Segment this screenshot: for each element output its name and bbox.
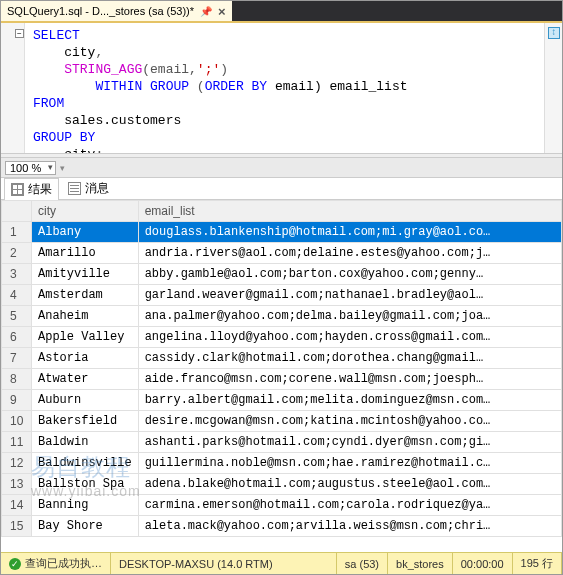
row-number: 12 xyxy=(2,453,32,474)
cell-email[interactable]: aleta.mack@yahoo.com;arvilla.weiss@msn.c… xyxy=(138,516,561,537)
status-login: sa (53) xyxy=(337,553,388,574)
row-number: 4 xyxy=(2,285,32,306)
row-number: 9 xyxy=(2,390,32,411)
cell-city[interactable]: Albany xyxy=(32,222,139,243)
table-row[interactable]: 9Auburnbarry.albert@gmail.com;melita.dom… xyxy=(2,390,562,411)
sql-editor[interactable]: − SELECT city, STRING_AGG(email,';') WIT… xyxy=(1,23,562,153)
status-bar: ✓ 查询已成功执… DESKTOP-MAXSU (14.0 RTM) sa (5… xyxy=(1,552,562,574)
editor-gutter xyxy=(1,23,25,153)
row-number: 7 xyxy=(2,348,32,369)
editor-content[interactable]: SELECT city, STRING_AGG(email,';') WITHI… xyxy=(25,23,562,153)
cell-email[interactable]: angelina.lloyd@yahoo.com;hayden.cross@gm… xyxy=(138,327,561,348)
table-row[interactable]: 7Astoriacassidy.clark@hotmail.com;doroth… xyxy=(2,348,562,369)
cell-email[interactable]: barry.albert@gmail.com;melita.dominguez@… xyxy=(138,390,561,411)
cell-email[interactable]: ana.palmer@yahoo.com;delma.bailey@gmail.… xyxy=(138,306,561,327)
row-number: 5 xyxy=(2,306,32,327)
tab-results[interactable]: 结果 xyxy=(4,178,59,200)
table-row[interactable]: 2Amarilloandria.rivers@aol.com;delaine.e… xyxy=(2,243,562,264)
tab-title: SQLQuery1.sql - D..._stores (sa (53))* xyxy=(7,5,194,17)
table-row[interactable]: 4Amsterdamgarland.weaver@gmail.com;natha… xyxy=(2,285,562,306)
collapse-icon[interactable]: − xyxy=(15,29,24,38)
cell-email[interactable]: adena.blake@hotmail.com;augustus.steele@… xyxy=(138,474,561,495)
status-time: 00:00:00 xyxy=(453,553,513,574)
tab-bar: SQLQuery1.sql - D..._stores (sa (53))* 📌… xyxy=(1,1,562,23)
tab-messages[interactable]: 消息 xyxy=(61,177,116,199)
results-tab-bar: 结果 消息 xyxy=(1,178,562,200)
cell-city[interactable]: Ballston Spa xyxy=(32,474,139,495)
cell-email[interactable]: ashanti.parks@hotmail.com;cyndi.dyer@msn… xyxy=(138,432,561,453)
status-server: DESKTOP-MAXSU (14.0 RTM) xyxy=(111,553,337,574)
pin-icon[interactable]: 📌 xyxy=(200,6,212,17)
cell-email[interactable]: andria.rivers@aol.com;delaine.estes@yaho… xyxy=(138,243,561,264)
cell-city[interactable]: Baldwinsville xyxy=(32,453,139,474)
zoom-dropdown-icon[interactable]: ▾ xyxy=(60,163,65,173)
table-row[interactable]: 14Banningcarmina.emerson@hotmail.com;car… xyxy=(2,495,562,516)
success-icon: ✓ xyxy=(9,558,21,570)
row-number: 13 xyxy=(2,474,32,495)
table-row[interactable]: 15Bay Shorealeta.mack@yahoo.com;arvilla.… xyxy=(2,516,562,537)
header-rownum[interactable] xyxy=(2,201,32,222)
row-number: 11 xyxy=(2,432,32,453)
cell-email[interactable]: cassidy.clark@hotmail.com;dorothea.chang… xyxy=(138,348,561,369)
row-number: 8 xyxy=(2,369,32,390)
table-row[interactable]: 1Albanydouglass.blankenship@hotmail.com;… xyxy=(2,222,562,243)
table-row[interactable]: 8Atwateraide.franco@msn.com;corene.wall@… xyxy=(2,369,562,390)
table-row[interactable]: 12Baldwinsvilleguillermina.noble@msn.com… xyxy=(2,453,562,474)
table-row[interactable]: 5Anaheimana.palmer@yahoo.com;delma.baile… xyxy=(2,306,562,327)
zoom-bar: 100 % ▾ xyxy=(1,158,562,178)
results-grid[interactable]: city email_list 1Albanydouglass.blankens… xyxy=(1,200,562,552)
cell-city[interactable]: Amityville xyxy=(32,264,139,285)
cell-city[interactable]: Baldwin xyxy=(32,432,139,453)
close-icon[interactable]: × xyxy=(218,4,226,19)
status-message: ✓ 查询已成功执… xyxy=(1,553,111,574)
table-row[interactable]: 10Bakersfielddesire.mcgowan@msn.com;kati… xyxy=(2,411,562,432)
cell-city[interactable]: Banning xyxy=(32,495,139,516)
status-db: bk_stores xyxy=(388,553,453,574)
cell-city[interactable]: Amarillo xyxy=(32,243,139,264)
cell-email[interactable]: douglass.blankenship@hotmail.com;mi.gray… xyxy=(138,222,561,243)
messages-icon xyxy=(68,182,81,195)
cell-email[interactable]: abby.gamble@aol.com;barton.cox@yahoo.com… xyxy=(138,264,561,285)
cell-city[interactable]: Bay Shore xyxy=(32,516,139,537)
cell-city[interactable]: Apple Valley xyxy=(32,327,139,348)
file-tab[interactable]: SQLQuery1.sql - D..._stores (sa (53))* 📌… xyxy=(1,1,232,21)
cell-email[interactable]: aide.franco@msn.com;corene.wall@msn.com;… xyxy=(138,369,561,390)
cell-city[interactable]: Astoria xyxy=(32,348,139,369)
row-number: 3 xyxy=(2,264,32,285)
status-rows: 195 行 xyxy=(513,553,562,574)
row-number: 6 xyxy=(2,327,32,348)
table-row[interactable]: 13Ballston Spaadena.blake@hotmail.com;au… xyxy=(2,474,562,495)
cell-city[interactable]: Anaheim xyxy=(32,306,139,327)
cell-email[interactable]: carmina.emerson@hotmail.com;carola.rodri… xyxy=(138,495,561,516)
table-row[interactable]: 11Baldwinashanti.parks@hotmail.com;cyndi… xyxy=(2,432,562,453)
row-number: 15 xyxy=(2,516,32,537)
zoom-select[interactable]: 100 % xyxy=(5,161,56,175)
split-icon[interactable]: ↕ xyxy=(548,27,560,39)
header-email[interactable]: email_list xyxy=(138,201,561,222)
cell-email[interactable]: guillermina.noble@msn.com;hae.ramirez@ho… xyxy=(138,453,561,474)
grid-icon xyxy=(11,183,24,196)
cell-city[interactable]: Amsterdam xyxy=(32,285,139,306)
row-number: 10 xyxy=(2,411,32,432)
overview-ruler: ↕ xyxy=(544,23,562,153)
cell-city[interactable]: Auburn xyxy=(32,390,139,411)
row-number: 1 xyxy=(2,222,32,243)
table-row[interactable]: 3Amityvilleabby.gamble@aol.com;barton.co… xyxy=(2,264,562,285)
cell-email[interactable]: desire.mcgowan@msn.com;katina.mcintosh@y… xyxy=(138,411,561,432)
cell-email[interactable]: garland.weaver@gmail.com;nathanael.bradl… xyxy=(138,285,561,306)
cell-city[interactable]: Atwater xyxy=(32,369,139,390)
row-number: 2 xyxy=(2,243,32,264)
cell-city[interactable]: Bakersfield xyxy=(32,411,139,432)
header-city[interactable]: city xyxy=(32,201,139,222)
table-row[interactable]: 6Apple Valleyangelina.lloyd@yahoo.com;ha… xyxy=(2,327,562,348)
row-number: 14 xyxy=(2,495,32,516)
